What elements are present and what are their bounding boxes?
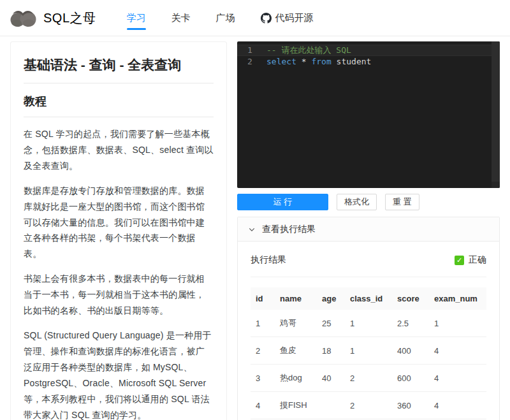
table-cell	[317, 392, 345, 419]
tutorial-card: 基础语法 - 查询 - 全表查询 教程 在 SQL 学习的起点，我们需要了解一些…	[10, 41, 227, 420]
table-row: 2鱼皮1814004	[251, 337, 486, 365]
table-cell: 2.5	[392, 310, 429, 337]
table-header-cell: class_id	[345, 287, 392, 310]
rock-logo-icon	[9, 8, 37, 29]
table-cell: 4	[251, 392, 275, 419]
nav-item-opensource[interactable]: 代码开源	[248, 0, 326, 36]
results-table: idnameageclass_idscoreexam_num 1鸡哥2512.5…	[251, 287, 486, 420]
tutorial-paragraph: 数据库是存放专门存放和管理数据的库。数据库就好比是一座大型的图书馆，而这个图书馆…	[24, 183, 214, 263]
result-title: 执行结果	[251, 254, 286, 266]
table-cell: 18	[317, 337, 345, 365]
table-cell: 1	[429, 310, 486, 337]
brand-title: SQL之母	[43, 10, 96, 27]
nav-item-study[interactable]: 学习	[114, 0, 159, 36]
table-row: 4摸FISH23604	[251, 392, 486, 419]
table-header-cell: exam_num	[429, 287, 486, 310]
status-label: 正确	[469, 254, 486, 266]
table-cell: 摸FISH	[275, 392, 317, 419]
nav-item-levels[interactable]: 关卡	[159, 0, 203, 36]
code-text: -- 请在此处输入 SQL	[263, 45, 351, 56]
tutorial-paragraph: 书架上会有很多本书，数据表中的每一行就相当于一本书，每一列就相当于这本书的属性，…	[24, 271, 214, 319]
code-text: select * from student	[263, 56, 371, 68]
tutorial-paragraphs: 在 SQL 学习的起点，我们需要了解一些基本概念，包括数据库、数据表、SQL、s…	[24, 126, 214, 420]
github-icon	[261, 13, 272, 24]
tutorial-paragraph: SQL (Structured Query Language) 是一种用于管理、…	[24, 328, 214, 420]
table-row: 1鸡哥2512.51	[251, 310, 486, 337]
workspace: 1-- 请在此处输入 SQL2select * from student 运 行…	[237, 41, 500, 420]
table-cell: 4	[429, 392, 486, 419]
table-cell: 3	[251, 365, 275, 392]
table-header-cell: score	[392, 287, 429, 310]
toolbar: 运 行 格式化 重 置	[237, 194, 500, 210]
check-icon: ✓	[455, 256, 464, 265]
table-cell: 4	[429, 337, 486, 365]
run-button[interactable]: 运 行	[237, 194, 328, 210]
collapse-label: 查看执行结果	[262, 224, 316, 235]
results-table-head: idnameageclass_idscoreexam_num	[251, 287, 486, 310]
page-title: 基础语法 - 查询 - 全表查询	[24, 56, 214, 83]
app-header: SQL之母 学习 关卡 广场 代码开源	[0, 0, 510, 36]
table-row: 3热dog4026004	[251, 365, 486, 392]
table-cell: 4	[429, 365, 486, 392]
table-header-cell: name	[275, 287, 317, 310]
results-collapse: 查看执行结果 执行结果 ✓ 正确 idnameageclass_idscoree…	[237, 217, 500, 420]
table-cell: 2	[345, 392, 392, 419]
table-cell: 25	[317, 310, 345, 337]
result-head: 执行结果 ✓ 正确	[251, 254, 486, 277]
table-cell: 2	[345, 365, 392, 392]
table-cell: 400	[392, 337, 429, 365]
chevron-down-icon	[249, 226, 255, 233]
tutorial-paragraph: 在 SQL 学习的起点，我们需要了解一些基本概念，包括数据库、数据表、SQL、s…	[24, 126, 214, 174]
table-cell: 600	[392, 365, 429, 392]
line-number: 2	[237, 56, 263, 68]
table-cell: 鸡哥	[275, 310, 317, 337]
nav-item-plaza[interactable]: 广场	[203, 0, 248, 36]
code-line: 2select * from student	[237, 56, 500, 68]
editor-corner	[492, 182, 500, 188]
code-lines: 1-- 请在此处输入 SQL2select * from student	[237, 45, 500, 68]
table-cell: 2	[251, 337, 275, 365]
table-cell: 1	[251, 310, 275, 337]
reset-button[interactable]: 重 置	[385, 194, 419, 210]
results-table-body: 1鸡哥2512.512鱼皮18140043热dog40260044摸FISH23…	[251, 310, 486, 420]
brand[interactable]: SQL之母	[9, 8, 96, 29]
status-badge: ✓ 正确	[455, 254, 486, 266]
line-number: 1	[237, 45, 263, 56]
table-cell: 1	[345, 310, 392, 337]
results-panel: 执行结果 ✓ 正确 idnameageclass_idscoreexam_num…	[238, 242, 499, 420]
main-content: 基础语法 - 查询 - 全表查询 教程 在 SQL 学习的起点，我们需要了解一些…	[0, 36, 510, 420]
table-cell: 1	[345, 337, 392, 365]
editor-scrollbar[interactable]	[492, 41, 500, 182]
code-line: 1-- 请在此处输入 SQL	[237, 45, 500, 56]
table-cell: 360	[392, 392, 429, 419]
sql-editor[interactable]: 1-- 请在此处输入 SQL2select * from student	[237, 41, 500, 188]
section-title: 教程	[24, 94, 214, 117]
main-nav: 学习 关卡 广场 代码开源	[114, 0, 326, 36]
format-button[interactable]: 格式化	[337, 194, 377, 210]
collapse-header[interactable]: 查看执行结果	[238, 217, 499, 242]
table-header-cell: id	[251, 287, 275, 310]
table-cell: 鱼皮	[275, 337, 317, 365]
table-cell: 热dog	[275, 365, 317, 392]
table-cell: 40	[317, 365, 345, 392]
table-header-cell: age	[317, 287, 345, 310]
nav-item-opensource-label: 代码开源	[275, 12, 314, 24]
